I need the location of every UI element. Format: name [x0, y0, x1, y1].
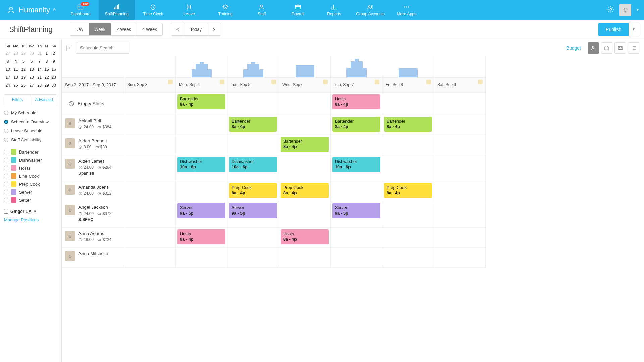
day-cell[interactable]: [382, 93, 434, 115]
tab-filters[interactable]: Filters: [4, 95, 31, 105]
shift-block[interactable]: Bartender8a - 4p: [229, 117, 277, 132]
day-cell[interactable]: [331, 228, 382, 248]
note-icon[interactable]: [271, 80, 276, 84]
note-icon[interactable]: [168, 80, 173, 84]
staff-cell[interactable]: ☺Anna Mitchelle: [62, 248, 124, 268]
day-cell[interactable]: [382, 228, 434, 248]
day-header[interactable]: Thu, Sep 7: [331, 78, 382, 93]
cal-day[interactable]: 27: [27, 81, 36, 89]
collapse-sidebar-button[interactable]: «: [66, 45, 72, 51]
day-cell[interactable]: [434, 201, 486, 228]
schedule-search-input[interactable]: [76, 42, 129, 54]
staff-cell[interactable]: ☺Aiden Bennett8.00 $80: [62, 135, 124, 155]
cal-day[interactable]: 6: [27, 57, 36, 65]
day-cell[interactable]: [434, 93, 486, 115]
day-cell[interactable]: Bartender8a - 4p: [176, 93, 227, 115]
day-cell[interactable]: [331, 248, 382, 268]
day-cell[interactable]: [176, 181, 227, 201]
day-cell[interactable]: [434, 181, 486, 201]
day-cell[interactable]: Hosts8a - 4p: [279, 228, 331, 248]
cal-day[interactable]: 17: [4, 73, 11, 81]
day-cell[interactable]: [434, 228, 486, 248]
nav-staff[interactable]: Staff: [244, 0, 280, 20]
range-4-week[interactable]: 4 Week: [137, 23, 162, 35]
day-cell[interactable]: [382, 201, 434, 228]
cal-day[interactable]: 29: [43, 81, 50, 89]
day-cell[interactable]: Server9a - 5p: [331, 201, 382, 228]
cal-day[interactable]: 3: [4, 57, 11, 65]
view-radio[interactable]: Leave Schedule: [4, 126, 57, 135]
day-cell[interactable]: [434, 155, 486, 181]
position-filter[interactable]: Line Cook: [4, 172, 57, 180]
shift-block[interactable]: Prep Cook8a - 4p: [281, 183, 329, 198]
shift-block[interactable]: Bartender8a - 4p: [177, 94, 225, 109]
nav-time-clock[interactable]: Time Clock: [135, 0, 171, 20]
cal-day[interactable]: 30: [27, 49, 36, 57]
budget-link[interactable]: Budget: [566, 45, 581, 51]
cal-day[interactable]: 27: [4, 49, 11, 57]
manage-positions-link[interactable]: Manage Positions: [4, 217, 57, 222]
cal-day[interactable]: 14: [36, 65, 43, 73]
cal-day[interactable]: 23: [50, 73, 57, 81]
day-cell[interactable]: [124, 93, 176, 115]
shift-block[interactable]: Server9a - 5p: [332, 203, 380, 218]
shift-block[interactable]: Dishwasher10a - 6p: [332, 157, 380, 172]
note-icon[interactable]: [323, 80, 328, 84]
staff-cell[interactable]: ☺Amanda Joens24.00 $312: [62, 181, 124, 201]
day-cell[interactable]: Prep Cook8a - 4p: [382, 181, 434, 201]
day-cell[interactable]: [279, 115, 331, 135]
shift-block[interactable]: Dishwasher10a - 6p: [177, 157, 225, 172]
nav-group-accounts[interactable]: Group Accounts: [352, 0, 388, 20]
cal-day[interactable]: 26: [20, 81, 27, 89]
day-cell[interactable]: Prep Cook8a - 4p: [227, 181, 279, 201]
chevron-down-icon[interactable]: ▼: [636, 8, 639, 12]
day-cell[interactable]: [382, 248, 434, 268]
day-cell[interactable]: [434, 135, 486, 155]
note-icon[interactable]: [426, 80, 431, 84]
tab-advanced[interactable]: Advanced: [31, 95, 57, 105]
publish-button[interactable]: Publish: [598, 23, 629, 36]
shift-block[interactable]: Server9a - 5p: [177, 203, 225, 218]
day-cell[interactable]: Hosts8a - 4p: [331, 93, 382, 115]
shift-block[interactable]: Hosts8a - 4p: [177, 229, 225, 244]
publish-dropdown[interactable]: ▼: [629, 23, 639, 36]
cal-day[interactable]: 4: [11, 57, 20, 65]
day-cell[interactable]: [176, 115, 227, 135]
day-cell[interactable]: Server9a - 5p: [176, 201, 227, 228]
shift-block[interactable]: Hosts8a - 4p: [332, 94, 380, 109]
day-header[interactable]: Sun, Sep 3: [124, 78, 176, 93]
position-filter[interactable]: Prep Cook: [4, 180, 57, 188]
shift-block[interactable]: Prep Cook8a - 4p: [229, 183, 277, 198]
cal-day[interactable]: 8: [43, 57, 50, 65]
day-cell[interactable]: [124, 228, 176, 248]
nav-more-apps[interactable]: More Apps: [388, 0, 425, 20]
cal-day[interactable]: 10: [4, 65, 11, 73]
range-2-week[interactable]: 2 Week: [111, 23, 137, 35]
day-cell[interactable]: Bartender8a - 4p: [382, 115, 434, 135]
shift-block[interactable]: Bartender8a - 4p: [332, 117, 380, 132]
day-cell[interactable]: [124, 135, 176, 155]
day-header[interactable]: Sat, Sep 9: [434, 78, 486, 93]
day-cell[interactable]: [124, 155, 176, 181]
staff-cell[interactable]: ☺Angel Jackson24.00 $672S,SFHC: [62, 201, 124, 228]
nav-training[interactable]: Training: [207, 0, 244, 20]
day-cell[interactable]: Server9a - 5p: [227, 201, 279, 228]
staff-cell[interactable]: ☺Anna Adams16.00 $224: [62, 228, 124, 248]
day-cell[interactable]: [382, 135, 434, 155]
day-cell[interactable]: [279, 155, 331, 181]
day-cell[interactable]: [176, 248, 227, 268]
cal-day[interactable]: 18: [11, 73, 20, 81]
view-list-button[interactable]: [628, 42, 639, 54]
cal-day[interactable]: 2: [50, 49, 57, 57]
next-button[interactable]: >: [207, 23, 221, 35]
nav-dashboard[interactable]: 102Dashboard: [62, 0, 99, 20]
staff-cell[interactable]: ☺Abigail Bell24.00 $384: [62, 115, 124, 135]
mini-calendar[interactable]: SuMoTuWeThFrSa27282930311234567891011121…: [4, 43, 57, 89]
cal-day[interactable]: 24: [4, 81, 11, 89]
day-cell[interactable]: [279, 201, 331, 228]
location-checkbox[interactable]: [4, 209, 8, 214]
shift-block[interactable]: Server9a - 5p: [229, 203, 277, 218]
day-header[interactable]: Fri, Sep 8: [382, 78, 434, 93]
day-cell[interactable]: Dishwasher10a - 6p: [227, 155, 279, 181]
position-filter[interactable]: Setter: [4, 196, 57, 204]
